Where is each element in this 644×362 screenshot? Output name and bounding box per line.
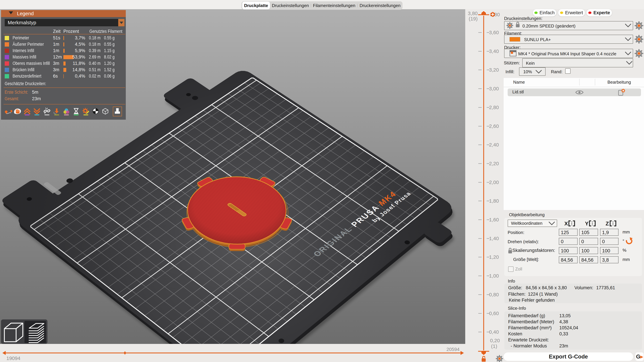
svg-text:Y: Y	[585, 221, 588, 227]
svg-text:X: X	[564, 221, 568, 227]
svg-text:3,80: 3,80	[468, 10, 478, 16]
svg-text:(19): (19)	[469, 16, 478, 21]
svg-text:Z: Z	[606, 221, 609, 227]
svg-text:19094: 19094	[6, 356, 20, 361]
svg-text:20594: 20594	[446, 347, 460, 352]
